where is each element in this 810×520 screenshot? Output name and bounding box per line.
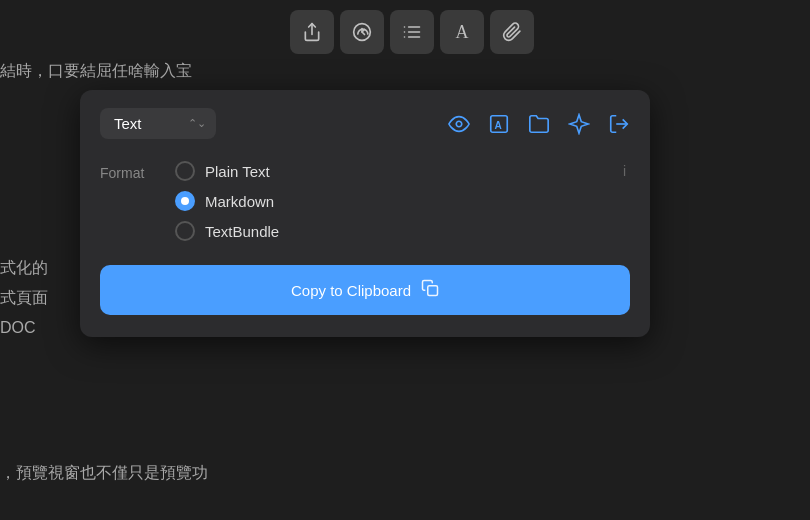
bg-text-line2: 式化的 <box>0 255 48 281</box>
markdown-option[interactable]: Markdown <box>175 191 630 211</box>
svg-point-9 <box>456 121 462 127</box>
textbundle-radio[interactable] <box>175 221 195 241</box>
svg-rect-13 <box>428 286 438 296</box>
bg-text-line4: DOC <box>0 315 36 341</box>
export-icon[interactable] <box>608 113 630 135</box>
font-button[interactable]: A <box>440 10 484 54</box>
sparkle-icon[interactable] <box>568 113 590 135</box>
bg-text-line1: 結時，口要結屈任啥輸入宝 <box>0 58 192 84</box>
speedometer-button[interactable] <box>340 10 384 54</box>
textbundle-label: TextBundle <box>205 223 279 240</box>
popup-panel: Text Markdown HTML Plain Text ⌃⌄ A <box>80 90 650 337</box>
plain-text-label: Plain Text <box>205 163 270 180</box>
list-button[interactable] <box>390 10 434 54</box>
copy-button-label: Copy to Clipboard <box>291 282 411 299</box>
top-toolbar: A <box>290 10 534 54</box>
format-options: Plain Text i Markdown TextBundle <box>175 161 630 241</box>
format-label: Format <box>100 161 175 181</box>
share-button[interactable] <box>290 10 334 54</box>
header-icons: A <box>448 113 630 135</box>
font-format-icon[interactable]: A <box>488 113 510 135</box>
svg-text:A: A <box>494 119 502 130</box>
clipboard-icon <box>421 279 439 301</box>
text-dropdown-wrapper[interactable]: Text Markdown HTML Plain Text ⌃⌄ <box>100 108 216 139</box>
format-section: Format Plain Text i Markdown TextBundle <box>100 161 630 241</box>
attach-button[interactable] <box>490 10 534 54</box>
copy-to-clipboard-button[interactable]: Copy to Clipboard <box>100 265 630 315</box>
bg-text-line3: 式頁面 <box>0 285 48 311</box>
textbundle-option[interactable]: TextBundle <box>175 221 630 241</box>
bg-text-line5: ，預覽視窗也不僅只是預覽功 <box>0 460 208 486</box>
info-icon: i <box>623 163 630 179</box>
plain-text-radio[interactable] <box>175 161 195 181</box>
markdown-label: Markdown <box>205 193 274 210</box>
markdown-radio[interactable] <box>175 191 195 211</box>
eye-icon[interactable] <box>448 113 470 135</box>
folder-icon[interactable] <box>528 113 550 135</box>
plain-text-option[interactable]: Plain Text i <box>175 161 630 181</box>
text-dropdown[interactable]: Text Markdown HTML Plain Text <box>100 108 216 139</box>
popup-header: Text Markdown HTML Plain Text ⌃⌄ A <box>100 108 630 139</box>
